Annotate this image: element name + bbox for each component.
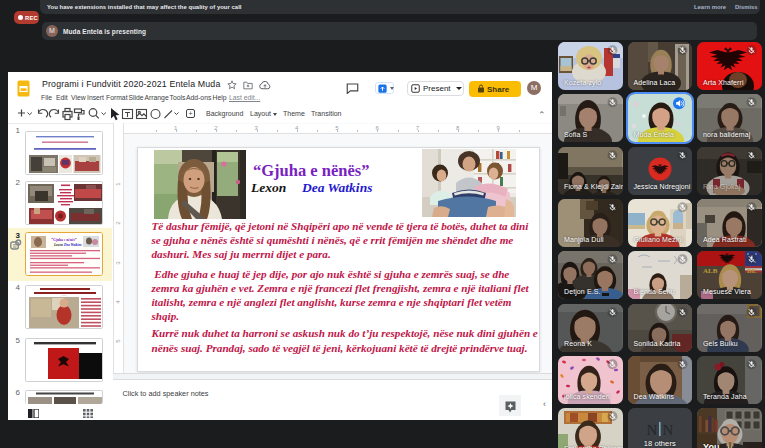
svg-text:“Gjuha e nënës”: “Gjuha e nënës” <box>51 237 77 242</box>
svg-text:Dea Watkins: Dea Watkins <box>63 243 82 247</box>
svg-text:N: N <box>646 422 657 438</box>
svg-text:N: N <box>662 422 673 438</box>
svg-text:Lexon: Lexon <box>53 243 63 247</box>
